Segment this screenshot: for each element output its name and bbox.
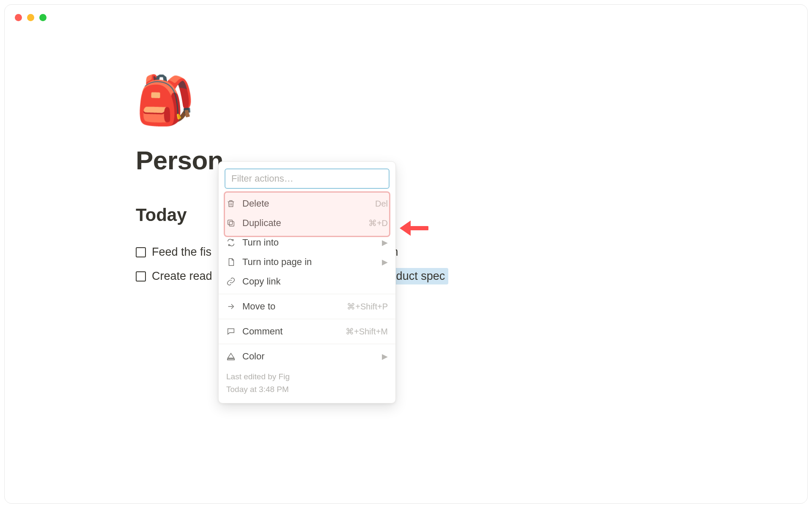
- menu-item-duplicate[interactable]: Duplicate ⌘+D: [219, 213, 395, 233]
- duplicate-icon: [226, 218, 236, 228]
- menu-item-label: Turn into: [242, 237, 375, 248]
- menu-item-shortcut: ⌘+Shift+M: [346, 326, 388, 337]
- menu-item-turn-into[interactable]: Turn into ▶: [219, 233, 395, 252]
- menu-item-label: Color: [242, 351, 375, 362]
- svg-rect-2: [228, 359, 235, 360]
- chevron-right-icon: ▶: [382, 257, 388, 267]
- last-edited-time: Today at 3:48 PM: [226, 383, 388, 396]
- menu-item-comment[interactable]: Comment ⌘+Shift+M: [219, 322, 395, 341]
- app-window: 🎒 Person Today Feed the fis Create read …: [4, 4, 808, 504]
- last-edited-by: Last edited by Fig: [226, 370, 388, 383]
- page-icon[interactable]: 🎒: [136, 77, 774, 124]
- menu-item-label: Copy link: [242, 276, 388, 287]
- comment-icon: [226, 327, 236, 336]
- menu-item-copy-link[interactable]: Copy link: [219, 272, 395, 291]
- checkbox-icon[interactable]: [136, 271, 146, 282]
- todo-label: Feed the fis: [152, 246, 211, 259]
- menu-item-shortcut: Del: [375, 199, 388, 209]
- todo-item[interactable]: Feed the fis: [136, 244, 216, 260]
- menu-divider: [219, 294, 395, 294]
- window-controls: [15, 14, 47, 21]
- page-icon: [226, 257, 236, 267]
- menu-item-label: Delete: [242, 198, 368, 209]
- menu-divider: [219, 319, 395, 319]
- maximize-window-button[interactable]: [39, 14, 47, 21]
- link-icon: [226, 277, 236, 286]
- menu-divider: [219, 344, 395, 344]
- menu-item-label: Turn into page in: [242, 257, 375, 268]
- todo-column-1: Feed the fis Create read: [136, 244, 216, 284]
- minimize-window-button[interactable]: [27, 14, 34, 21]
- todo-label: Create read: [152, 270, 212, 283]
- block-context-menu: Delete Del Duplicate ⌘+D Turn into ▶ Tur…: [218, 161, 396, 403]
- menu-item-label: Comment: [242, 326, 339, 337]
- svg-rect-0: [229, 221, 234, 226]
- close-window-button[interactable]: [15, 14, 22, 21]
- menu-item-shortcut: ⌘+Shift+P: [347, 301, 388, 312]
- menu-item-label: Move to: [242, 301, 340, 312]
- chevron-right-icon: ▶: [382, 352, 388, 361]
- loop-icon: [226, 238, 236, 247]
- menu-item-shortcut: ⌘+D: [368, 218, 388, 228]
- trash-icon: [226, 199, 236, 208]
- checkbox-icon[interactable]: [136, 247, 146, 257]
- menu-item-color[interactable]: Color ▶: [219, 347, 395, 366]
- move-to-icon: [226, 302, 236, 311]
- menu-item-turn-into-page-in[interactable]: Turn into page in ▶: [219, 252, 395, 272]
- menu-item-move-to[interactable]: Move to ⌘+Shift+P: [219, 297, 395, 316]
- chevron-right-icon: ▶: [382, 238, 388, 247]
- color-icon: [226, 352, 236, 361]
- context-menu-footer: Last edited by Fig Today at 3:48 PM: [219, 366, 395, 396]
- todo-item[interactable]: Create read: [136, 268, 216, 284]
- svg-rect-1: [228, 220, 233, 225]
- menu-item-label: Duplicate: [242, 218, 362, 229]
- filter-actions-input[interactable]: [225, 168, 390, 189]
- menu-item-delete[interactable]: Delete Del: [219, 194, 395, 213]
